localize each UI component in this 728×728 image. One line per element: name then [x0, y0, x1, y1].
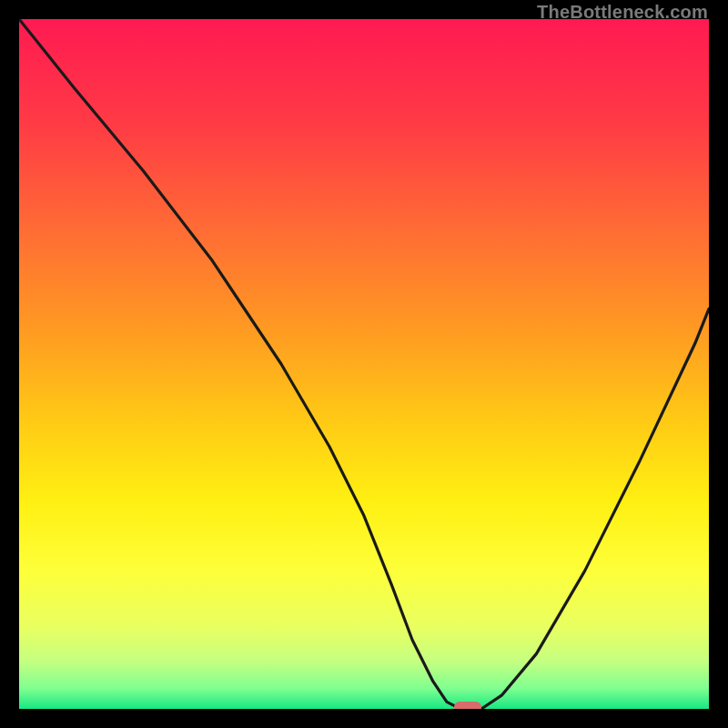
optimal-marker [454, 702, 481, 709]
chart-frame: TheBottleneck.com [0, 0, 728, 728]
bottleneck-curve [19, 19, 709, 709]
watermark-label: TheBottleneck.com [537, 2, 708, 23]
plot-area [19, 19, 709, 709]
